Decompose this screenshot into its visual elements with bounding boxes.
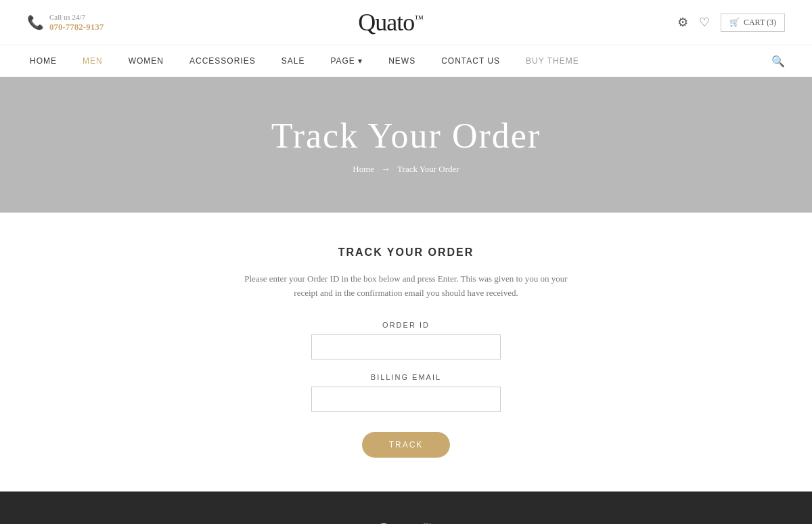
billing-email-label: BILLING EMAIL (14, 373, 798, 381)
phone-number: 070-7782-9137 (49, 22, 104, 32)
header-right: ⚙ ♡ 🛒 CART (3) (677, 14, 785, 32)
site-logo[interactable]: Quato™ (358, 8, 423, 37)
main-nav: HOME MEN WOMEN ACCESSORIES SALE PAGE ▾ N… (0, 45, 812, 77)
nav-item-page[interactable]: PAGE ▾ (328, 45, 365, 77)
nav-item-accessories[interactable]: ACCESSORIES (187, 45, 258, 77)
track-button[interactable]: TRACK (362, 432, 451, 458)
footer-nav: ABOUT US ADVERTISE PRESS Quato™ CONTACT … (14, 519, 798, 524)
breadcrumb-home[interactable]: Home (353, 164, 374, 175)
billing-email-group: BILLING EMAIL (14, 373, 798, 412)
nav-item-contact[interactable]: CONTACT US (438, 45, 503, 77)
wishlist-icon[interactable]: ♡ (699, 15, 710, 30)
search-icon[interactable]: 🔍 (771, 55, 785, 68)
header-left: 📞 Call us 24/7 070-7782-9137 (27, 12, 104, 32)
section-title: TRACK YOUR ORDER (14, 246, 798, 259)
phone-label: Call us 24/7 (49, 12, 104, 22)
breadcrumb: Home → Track Your Order (353, 164, 459, 175)
nav-item-women[interactable]: WOMEN (126, 45, 166, 77)
phone-info: Call us 24/7 070-7782-9137 (49, 12, 104, 32)
order-id-group: ORDER ID (14, 321, 798, 359)
nav-item-buy-theme[interactable]: BUY THEME (523, 45, 582, 77)
cart-button[interactable]: 🛒 CART (3) (721, 14, 785, 32)
hero-title: Track Your Order (271, 116, 541, 156)
phone-icon: 📞 (27, 14, 44, 30)
cart-icon: 🛒 (729, 18, 740, 28)
nav-item-men[interactable]: MEN (80, 45, 106, 77)
order-id-input[interactable] (311, 334, 501, 359)
footer: ABOUT US ADVERTISE PRESS Quato™ CONTACT … (0, 492, 812, 524)
billing-email-input[interactable] (311, 387, 501, 412)
nav-item-news[interactable]: NEWS (386, 45, 418, 77)
breadcrumb-separator: → (381, 164, 390, 175)
section-description: Please enter your Order ID in the box be… (244, 272, 568, 301)
hero-banner: Track Your Order Home → Track Your Order (0, 77, 812, 213)
order-id-label: ORDER ID (14, 321, 798, 329)
nav-item-sale[interactable]: SALE (279, 45, 308, 77)
main-content: TRACK YOUR ORDER Please enter your Order… (0, 213, 812, 492)
settings-icon[interactable]: ⚙ (677, 15, 688, 30)
nav-item-home[interactable]: HOME (27, 45, 60, 77)
breadcrumb-current: Track Your Order (397, 164, 459, 175)
cart-label: CART (3) (744, 18, 776, 28)
header: 📞 Call us 24/7 070-7782-9137 Quato™ ⚙ ♡ … (0, 0, 812, 45)
footer-logo[interactable]: Quato™ (377, 519, 431, 524)
